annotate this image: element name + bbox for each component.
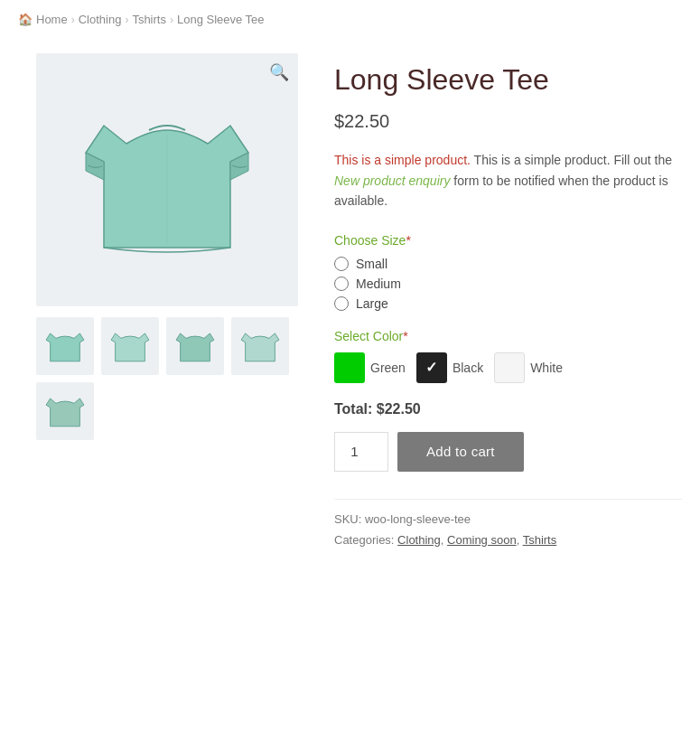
desc-highlight-1: This is a simple product. [334,153,471,167]
size-medium-label: Medium [356,277,401,291]
thumb-5-img [42,389,88,434]
thumbnail-1[interactable] [36,317,94,375]
color-required-marker: * [403,329,407,343]
breadcrumb-tshirts[interactable]: Tshirts [132,13,166,26]
home-icon: 🏠 [18,13,33,26]
new-product-enquiry-link[interactable]: New product enquiry [334,173,450,188]
color-swatch-green[interactable] [334,352,365,383]
product-images: 🔍 [36,53,298,550]
total-row: Total: $22.50 [334,401,682,417]
thumb-1-img [42,323,88,369]
product-illustration [77,80,257,279]
breadcrumb-home[interactable]: Home [36,13,68,26]
main-product-image: 🔍 [36,53,298,306]
category-coming-soon[interactable]: Coming soon [447,533,517,547]
categories-row: Categories: Clothing, Coming soon, Tshir… [334,530,682,550]
size-large-label: Large [356,296,388,311]
size-required-marker: * [406,233,410,248]
product-price: $22.50 [334,111,682,132]
product-description: This is a simple product. This is a simp… [334,150,682,211]
size-medium-radio[interactable] [334,277,349,291]
zoom-icon[interactable]: 🔍 [269,62,289,82]
desc-text-1: This is a simple product. Fill out the [474,153,672,167]
product-title: Long Sleeve Tee [334,62,682,97]
color-black-label: Black [453,361,483,375]
thumb-4-img [238,323,283,369]
quantity-input[interactable] [334,432,388,472]
add-to-cart-button[interactable]: Add to cart [397,432,524,472]
color-swatch-black[interactable] [416,352,447,383]
color-white-item[interactable]: White [494,352,563,383]
product-meta: SKU: woo-long-sleeve-tee Categories: Clo… [334,509,682,551]
meta-divider [334,499,682,500]
size-option-label: Choose Size* [334,233,682,248]
size-large-option[interactable]: Large [334,296,682,311]
thumbnail-3[interactable] [166,317,224,375]
sku-label: SKU: [334,512,361,526]
product-thumbnails [36,317,298,440]
breadcrumb-sep-1: › [71,14,75,26]
cart-row: Add to cart [334,432,682,472]
breadcrumb-current: Long Sleeve Tee [177,13,265,26]
color-black-item[interactable]: Black [416,352,483,383]
color-green-label: Green [370,361,406,375]
thumbnail-5[interactable] [36,382,94,440]
product-details: Long Sleeve Tee $22.50 This is a simple … [334,53,682,550]
color-swatches: Green Black White [334,352,682,383]
size-large-radio[interactable] [334,296,349,311]
size-option-section: Choose Size* Small Medium Large [334,233,682,311]
categories-label: Categories: [334,533,394,547]
sku-row: SKU: woo-long-sleeve-tee [334,509,682,530]
category-tshirts[interactable]: Tshirts [523,533,557,547]
thumbnail-4[interactable] [231,317,289,375]
thumbnail-2[interactable] [101,317,159,375]
color-white-label: White [530,361,563,375]
category-clothing[interactable]: Clothing [397,533,441,547]
breadcrumb-sep-2: › [125,14,128,26]
size-medium-option[interactable]: Medium [334,277,682,291]
color-swatch-white[interactable] [494,352,525,383]
thumb-2-img [107,323,153,369]
size-radio-group: Small Medium Large [334,257,682,311]
breadcrumb: 🏠 Home › Clothing › Tshirts › Long Sleev… [0,0,700,35]
size-small-option[interactable]: Small [334,257,682,271]
breadcrumb-sep-3: › [170,14,173,26]
size-small-radio[interactable] [334,257,349,271]
breadcrumb-clothing[interactable]: Clothing [79,13,122,26]
color-option-label: Select Color* [334,329,682,343]
thumb-3-img [173,323,218,369]
color-green-item[interactable]: Green [334,352,406,383]
sku-value: woo-long-sleeve-tee [365,512,471,526]
product-page: 🔍 [0,35,700,568]
color-option-section: Select Color* Green Black White [334,329,682,383]
size-small-label: Small [356,257,387,271]
